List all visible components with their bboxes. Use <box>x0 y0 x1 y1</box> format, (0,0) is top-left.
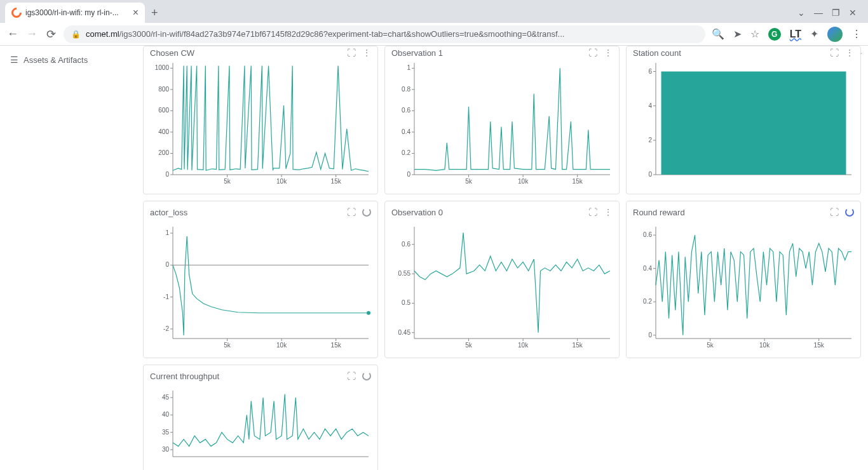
loading-icon <box>362 372 371 380</box>
svg-text:0.6: 0.6 <box>643 231 652 238</box>
extensions-icon[interactable]: ✦ <box>810 28 818 40</box>
panel-title: Round reward <box>633 208 685 217</box>
kebab-icon[interactable]: ⋮ <box>845 48 854 58</box>
browser-toolbar: ← → ⟳ 🔒 comet.ml/igs3000/rl-in-wifi/f84a… <box>0 23 868 46</box>
panel-observation1: Observation 1 ⛶ ⋮ 00.20.40.60.815k10k15k <box>384 46 620 194</box>
svg-text:15k: 15k <box>573 342 583 349</box>
star-icon[interactable]: ☆ <box>750 28 759 40</box>
svg-text:1: 1 <box>407 64 410 71</box>
avatar[interactable] <box>827 27 843 42</box>
svg-text:10k: 10k <box>276 342 287 349</box>
svg-text:45: 45 <box>162 394 170 401</box>
forward-button[interactable]: → <box>25 27 38 41</box>
tab-strip: igs3000/rl-in-wifi: my rl-in-... × + ⌄ —… <box>0 0 868 23</box>
svg-text:0.8: 0.8 <box>402 86 410 93</box>
toolbar-icons: 🔍 ➤ ☆ G LT ✦ ⋮ <box>712 27 862 42</box>
chart-observation0[interactable]: 0.450.50.550.65k10k15k <box>390 223 614 352</box>
svg-text:15k: 15k <box>331 342 342 349</box>
chart-observation1[interactable]: 00.20.40.60.815k10k15k <box>390 59 614 189</box>
svg-rect-50 <box>661 72 846 175</box>
expand-icon[interactable]: ⛶ <box>347 371 356 381</box>
svg-text:600: 600 <box>158 107 169 114</box>
browser-tab[interactable]: igs3000/rl-in-wifi: my rl-in-... × <box>5 3 145 23</box>
expand-icon[interactable]: ⛶ <box>588 207 597 217</box>
list-icon: ☰ <box>10 55 18 65</box>
chart-round-reward[interactable]: 00.20.40.65k10k15k <box>632 223 855 352</box>
panel-chosen-cw: Chosen CW ⛶ ⋮ 020040060080010005k10k15k <box>143 46 378 194</box>
send-icon[interactable]: ➤ <box>733 28 742 40</box>
minimize-icon[interactable]: — <box>814 8 823 18</box>
panel-title: actor_loss <box>150 208 187 217</box>
svg-text:0.45: 0.45 <box>398 329 411 336</box>
panel-current-throughput: Current throughput ⛶ 30354045 <box>143 365 378 470</box>
extension-grammarly-icon[interactable]: G <box>768 28 781 41</box>
chart-station-count[interactable]: 0246 <box>632 59 855 189</box>
svg-text:5k: 5k <box>465 178 473 185</box>
svg-text:40: 40 <box>162 411 170 418</box>
favicon-icon <box>10 6 24 20</box>
url-bar[interactable]: 🔒 comet.ml/igs3000/rl-in-wifi/f84ad27a3b… <box>64 25 705 43</box>
url-text: comet.ml/igs3000/rl-in-wifi/f84ad27a3b97… <box>86 29 698 39</box>
panel-actor-loss: actor_loss ⛶ -2-1015k10k15k <box>143 201 378 358</box>
sidebar: ☰ Assets & Artifacts <box>0 46 143 470</box>
svg-text:10k: 10k <box>518 342 529 349</box>
content-area: ▲ Chosen CW ⛶ ⋮ 020040060080010005k10k15… <box>143 46 868 470</box>
extension-lt-icon[interactable]: LT <box>790 29 801 40</box>
window-controls: ⌄ — ❐ ✕ <box>797 8 863 18</box>
svg-text:6: 6 <box>648 68 652 75</box>
svg-text:0.2: 0.2 <box>402 149 410 156</box>
svg-text:400: 400 <box>158 128 169 135</box>
svg-text:0.6: 0.6 <box>402 241 410 248</box>
panel-round-reward: Round reward ⛶ 00.20.40.65k10k15k <box>626 201 861 358</box>
panel-title: Observation 1 <box>391 48 443 58</box>
svg-text:30: 30 <box>162 446 170 453</box>
svg-text:0.6: 0.6 <box>402 107 410 114</box>
kebab-icon[interactable]: ⋮ <box>604 207 613 217</box>
expand-icon[interactable]: ⛶ <box>347 207 356 217</box>
search-icon[interactable]: 🔍 <box>712 28 724 40</box>
new-tab-button[interactable]: + <box>145 4 165 22</box>
chevron-down-icon[interactable]: ⌄ <box>797 8 805 18</box>
panel-station-count: Station count ⛶ ⋮ 0246 <box>626 46 861 194</box>
svg-text:10k: 10k <box>518 178 529 185</box>
reload-button[interactable]: ⟳ <box>44 27 57 41</box>
expand-icon[interactable]: ⛶ <box>830 48 839 58</box>
svg-text:0.5: 0.5 <box>402 299 410 306</box>
svg-text:15k: 15k <box>331 178 342 185</box>
expand-icon[interactable]: ⛶ <box>588 48 597 58</box>
panel-observation0: Observation 0 ⛶ ⋮ 0.450.50.550.65k10k15k <box>384 201 620 358</box>
svg-text:0: 0 <box>407 171 410 178</box>
kebab-icon[interactable]: ⋮ <box>851 28 862 40</box>
kebab-icon[interactable]: ⋮ <box>604 48 613 58</box>
panel-title: Station count <box>633 48 681 58</box>
svg-text:2: 2 <box>648 137 652 144</box>
loading-icon <box>845 208 854 217</box>
back-button[interactable]: ← <box>6 27 19 41</box>
kebab-icon[interactable]: ⋮ <box>362 48 371 58</box>
chart-actor-loss[interactable]: -2-1015k10k15k <box>149 223 372 352</box>
close-icon[interactable]: × <box>133 8 139 18</box>
maximize-icon[interactable]: ❐ <box>832 8 840 18</box>
loading-icon <box>362 208 371 217</box>
svg-text:5k: 5k <box>707 342 714 349</box>
svg-text:-1: -1 <box>163 293 169 300</box>
expand-icon[interactable]: ⛶ <box>347 48 356 58</box>
svg-text:0: 0 <box>165 261 169 268</box>
svg-text:800: 800 <box>158 86 169 93</box>
sidebar-item-assets[interactable]: ☰ Assets & Artifacts <box>10 55 133 65</box>
svg-text:0.2: 0.2 <box>643 298 652 305</box>
window-close-icon[interactable]: ✕ <box>849 8 857 18</box>
svg-text:5k: 5k <box>224 178 231 185</box>
panel-title: Chosen CW <box>150 48 194 58</box>
svg-point-68 <box>367 311 370 315</box>
svg-text:0: 0 <box>648 171 652 178</box>
svg-text:15k: 15k <box>814 342 825 349</box>
svg-text:0.4: 0.4 <box>402 128 410 135</box>
panel-title: Observation 0 <box>391 208 443 217</box>
chart-chosen-cw[interactable]: 020040060080010005k10k15k <box>149 59 372 189</box>
svg-text:5k: 5k <box>465 342 473 349</box>
expand-icon[interactable]: ⛶ <box>830 207 839 217</box>
chart-current-throughput[interactable]: 30354045 <box>149 387 372 470</box>
svg-text:35: 35 <box>162 429 170 436</box>
svg-text:1000: 1000 <box>155 64 170 71</box>
